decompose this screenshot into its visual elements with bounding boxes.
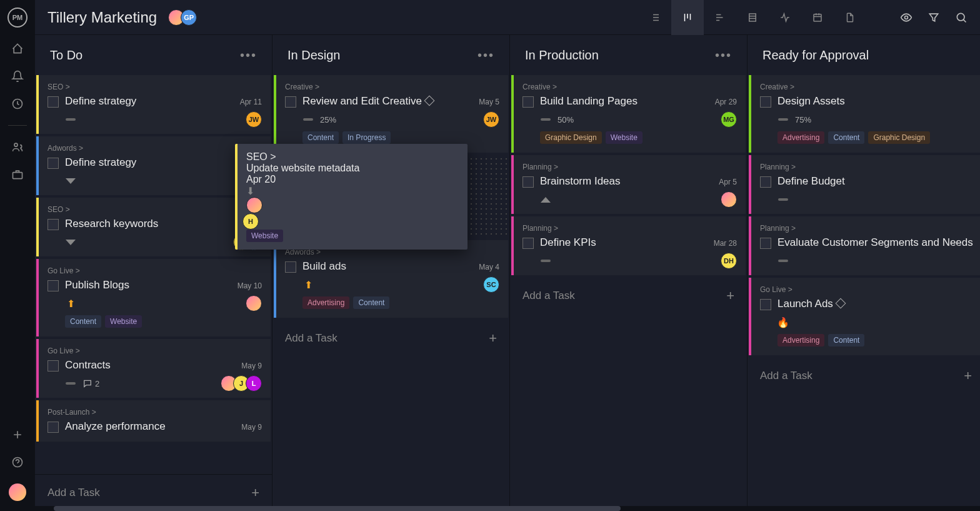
column-title: To Do xyxy=(50,48,82,63)
tag[interactable]: Advertising xyxy=(778,334,824,347)
column: In Production ••• Creative > Build Landi… xyxy=(510,35,748,511)
task-checkbox[interactable] xyxy=(760,176,771,188)
task-checkbox[interactable] xyxy=(285,261,296,273)
tag[interactable]: Advertising xyxy=(302,296,349,309)
tag[interactable]: Website xyxy=(606,131,642,144)
briefcase-icon[interactable] xyxy=(11,168,24,181)
add-task-button[interactable]: Add a Task+ xyxy=(272,320,509,357)
activity-view-tab[interactable] xyxy=(769,0,801,35)
tag[interactable]: In Progress xyxy=(342,131,391,144)
clock-icon[interactable] xyxy=(11,98,24,110)
task-checkbox[interactable] xyxy=(48,280,59,291)
task-checkbox[interactable] xyxy=(48,360,59,372)
card-breadcrumb: Adwords > xyxy=(48,144,262,153)
column-header: Ready for Approval xyxy=(748,35,980,75)
board-view-tab[interactable] xyxy=(671,0,704,35)
tag[interactable]: Content xyxy=(302,131,339,144)
task-checkbox[interactable] xyxy=(522,238,534,249)
comment-count[interactable]: 2 xyxy=(82,378,99,388)
task-card[interactable]: Planning > Define KPIs Mar 28 DH xyxy=(511,216,746,275)
column-menu-icon[interactable]: ••• xyxy=(478,48,494,63)
task-card[interactable]: Planning > Define Budget xyxy=(749,155,980,214)
column-menu-icon[interactable]: ••• xyxy=(240,48,257,63)
gantt-view-tab[interactable] xyxy=(704,0,736,35)
task-card[interactable]: Creative > Design Assets 75%AdvertisingC… xyxy=(749,75,980,153)
column-header: In Design ••• xyxy=(272,35,509,75)
current-user-avatar[interactable] xyxy=(9,483,26,501)
card-title: Define strategy xyxy=(65,156,262,169)
avatar xyxy=(246,197,262,213)
task-checkbox[interactable] xyxy=(522,176,534,188)
tag[interactable]: Content xyxy=(828,131,864,144)
task-checkbox[interactable] xyxy=(760,299,771,310)
eye-icon[interactable] xyxy=(900,11,912,24)
task-card[interactable]: Go Live > Contracts May 9 2JL xyxy=(36,339,271,398)
plus-icon[interactable] xyxy=(11,428,24,441)
home-icon[interactable] xyxy=(11,43,24,55)
horizontal-scrollbar[interactable] xyxy=(35,506,980,511)
project-members[interactable]: GP xyxy=(168,9,197,26)
task-card[interactable]: SEO > Define strategy Apr 11 JW xyxy=(36,75,271,134)
card-assignees: H xyxy=(246,197,459,230)
column-menu-icon[interactable]: ••• xyxy=(715,48,732,63)
task-card[interactable]: Creative > Review and Edit Creative May … xyxy=(274,75,508,153)
help-icon[interactable] xyxy=(11,456,24,468)
task-card[interactable]: Go Live > Launch Ads 🔥AdvertisingContent xyxy=(749,278,980,355)
tag[interactable]: Website xyxy=(246,230,283,242)
task-card[interactable]: Creative > Build Landing Pages Apr 29 50… xyxy=(511,75,746,153)
files-view-tab[interactable] xyxy=(834,0,866,35)
sheet-view-tab[interactable] xyxy=(736,0,769,35)
priority-none-icon xyxy=(303,118,313,121)
search-icon[interactable] xyxy=(955,11,968,24)
svg-point-6 xyxy=(905,16,908,19)
priority-high-icon: ⬆ xyxy=(304,279,312,291)
people-icon[interactable] xyxy=(11,141,24,153)
task-card[interactable]: Planning > Brainstorm Ideas Apr 5 xyxy=(511,155,746,214)
avatar: SC xyxy=(483,276,499,293)
task-checkbox[interactable] xyxy=(522,96,534,108)
card-title: Publish Blogs xyxy=(65,279,262,291)
priority-low-icon: ⬇ xyxy=(246,185,459,197)
task-checkbox[interactable] xyxy=(48,158,59,169)
card-progress: 25% xyxy=(320,115,336,124)
task-checkbox[interactable] xyxy=(48,219,59,230)
card-title: Build ads xyxy=(302,260,499,273)
app-logo[interactable]: PM xyxy=(8,8,28,28)
avatar: DH xyxy=(721,253,737,269)
tag[interactable]: Graphic Design xyxy=(868,131,930,144)
card-title: Launch Ads xyxy=(778,298,974,310)
tag[interactable]: Content xyxy=(65,315,101,328)
avatar xyxy=(246,295,262,311)
task-card[interactable]: Post-Launch > Analyze performance May 9 xyxy=(36,400,271,442)
tag[interactable]: Graphic Design xyxy=(540,131,602,144)
card-date: Mar 28 xyxy=(714,239,737,248)
tag[interactable]: Content xyxy=(353,296,389,309)
milestone-icon xyxy=(835,298,846,309)
tag[interactable]: Advertising xyxy=(778,131,824,144)
card-title: Analyze performance xyxy=(65,420,262,433)
card-breadcrumb: Planning > xyxy=(522,163,737,171)
filter-icon[interactable] xyxy=(928,11,940,24)
task-checkbox[interactable] xyxy=(760,96,771,108)
task-card[interactable]: Planning > Evaluate Customer Segments an… xyxy=(749,216,980,275)
card-date: May 10 xyxy=(238,281,262,290)
dragging-card[interactable]: SEO > Update website metadata Apr 20 ⬇ H… xyxy=(235,144,468,250)
priority-none-icon xyxy=(778,198,788,201)
tag[interactable]: Website xyxy=(105,315,142,328)
task-card[interactable]: Go Live > Publish Blogs May 10 ⬆ContentW… xyxy=(36,259,271,336)
task-checkbox[interactable] xyxy=(285,96,296,108)
avatar: JW xyxy=(483,111,499,128)
task-checkbox[interactable] xyxy=(48,96,59,108)
task-card[interactable]: Adwords > Build ads May 4 ⬆SCAdvertising… xyxy=(274,240,508,318)
card-assignees: JL xyxy=(221,375,262,392)
add-task-button[interactable]: Add a Task+ xyxy=(748,358,980,394)
task-checkbox[interactable] xyxy=(48,422,59,433)
list-view-tab[interactable] xyxy=(639,0,671,35)
task-checkbox[interactable] xyxy=(760,238,771,249)
bell-icon[interactable] xyxy=(11,70,24,83)
avatar: GP xyxy=(181,9,197,26)
calendar-view-tab[interactable] xyxy=(801,0,834,35)
add-task-button[interactable]: Add a Task+ xyxy=(510,278,747,314)
tag[interactable]: Content xyxy=(828,334,864,347)
card-breadcrumb: Post-Launch > xyxy=(48,408,262,417)
